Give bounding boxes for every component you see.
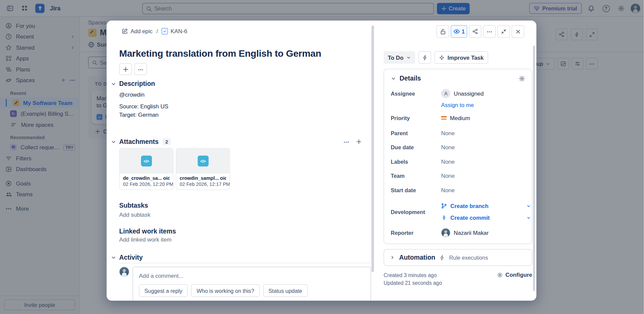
parent-value[interactable]: None (441, 130, 455, 136)
priority-medium-icon (441, 116, 447, 119)
current-user-avatar (119, 267, 129, 277)
automation-panel[interactable]: Automation Rule executions (384, 249, 533, 266)
updated-timestamp: Updated 21 seconds ago (384, 279, 442, 287)
close-icon (515, 29, 521, 34)
bolt-icon (440, 255, 445, 260)
attachment-date: 02 Feb 2026, 12:20 PM (123, 181, 170, 187)
linked-items-section-header: Linked work items (119, 228, 371, 235)
add-linked-item-button[interactable]: Add linked work item (119, 237, 371, 243)
chevron-down-icon (111, 255, 117, 260)
more-actions-button[interactable]: ⋯ (483, 25, 496, 38)
attachment-card[interactable]: </> crowdin_sampl... oid.xml 02 Feb 2026… (176, 148, 230, 190)
team-value[interactable]: None (441, 172, 455, 179)
modal-side-panel: To Do Improve Task Details Assignee (384, 51, 533, 287)
assignee-value[interactable]: Unassigned (441, 89, 484, 98)
commit-icon (441, 215, 447, 221)
bolt-icon (422, 55, 427, 60)
labels-label: Labels (391, 158, 441, 165)
unassigned-avatar-icon (441, 89, 451, 98)
attachment-date: 02 Feb 2026, 12:17 PM (180, 181, 226, 187)
lock-button[interactable] (436, 25, 449, 38)
xml-file-icon: </> (141, 156, 152, 167)
development-label: Development (391, 209, 441, 215)
add-epic-button[interactable]: Add epic (122, 28, 153, 35)
side-panel-scrollbar[interactable] (533, 46, 535, 291)
modal-main-column: Marketing translation from English to Ge… (107, 45, 371, 301)
gear-icon (497, 272, 503, 278)
chevron-down-icon (526, 204, 531, 208)
start-date-value[interactable]: None (441, 187, 455, 193)
attachment-card[interactable]: </> de_crowdin_sa... oid.xml 02 Feb 2026… (119, 148, 173, 190)
add-content-button[interactable] (119, 63, 132, 75)
edit-icon (122, 28, 128, 35)
watchers-count: 1 (462, 28, 465, 35)
chevron-down-icon[interactable] (391, 76, 396, 81)
share-button[interactable] (469, 25, 482, 38)
divider (119, 263, 371, 263)
priority-label: Priority (391, 115, 441, 121)
minimize-button[interactable] (498, 25, 510, 38)
work-item-title[interactable]: Marketing translation from English to Ge… (119, 47, 371, 60)
task-type-icon (162, 28, 168, 35)
assign-to-me-link[interactable]: Assign to me (441, 102, 474, 108)
created-timestamp: Created 3 minutes ago (384, 272, 442, 279)
chevron-right-icon (390, 255, 395, 260)
attachment-name: crowdin_sampl... oid.xml (180, 176, 226, 181)
configure-button[interactable]: Configure (497, 272, 532, 287)
collapse-icon (501, 29, 507, 35)
create-branch-link[interactable]: Create branch (441, 201, 531, 211)
activity-section-header[interactable]: Activity (119, 254, 371, 261)
chevron-down-icon (111, 139, 117, 144)
close-button[interactable] (512, 25, 524, 38)
details-heading: Details (400, 75, 421, 83)
details-settings-icon[interactable] (519, 75, 525, 82)
start-date-label: Start date (391, 187, 441, 193)
reporter-value[interactable]: Nazarii Makar (441, 228, 489, 238)
description-source: Source: English US (119, 103, 371, 110)
comment-editor[interactable]: Add a comment... Suggest a reply Who is … (133, 267, 371, 301)
add-subtask-button[interactable]: Add subtask (119, 212, 371, 218)
quick-reply-status-button[interactable]: Status update (263, 284, 308, 297)
details-panel: Details Assignee Unassigned Assign to me… (384, 69, 533, 244)
title-more-button[interactable]: ⋯ (134, 63, 147, 75)
attachment-name: de_crowdin_sa... oid.xml (123, 176, 170, 181)
team-label: Team (391, 172, 441, 179)
description-target: Target: German (119, 111, 371, 119)
rule-executions-label[interactable]: Rule executions (449, 254, 488, 261)
attachments-toggle[interactable]: Attachments 2 (119, 138, 171, 146)
ellipsis-icon: ⋯ (487, 28, 492, 35)
issue-key-link[interactable]: KAN-6 (162, 28, 187, 35)
attachments-list: </> de_crowdin_sa... oid.xml 02 Feb 2026… (119, 148, 371, 190)
reporter-avatar (441, 228, 451, 238)
work-item-modal: Add epic / KAN-6 1 ⋯ Marketing translati… (107, 20, 537, 301)
share-icon (472, 29, 478, 35)
modal-breadcrumb: Add epic / KAN-6 (122, 28, 187, 35)
quick-reply-who-button[interactable]: Who is working on this? (191, 284, 260, 297)
improve-task-button[interactable]: Improve Task (434, 51, 488, 64)
description-section-header[interactable]: Description (119, 80, 371, 88)
priority-value[interactable]: Medium (441, 115, 470, 121)
comment-area: Add a comment... Suggest a reply Who is … (119, 267, 371, 301)
create-commit-link[interactable]: Create commit (441, 213, 531, 223)
comment-placeholder: Add a comment... (139, 273, 365, 279)
quick-reply-suggest-button[interactable]: Suggest a reply (139, 284, 188, 297)
attachments-add-button[interactable] (354, 137, 365, 147)
watch-button[interactable]: 1 (451, 25, 467, 38)
unlock-icon (440, 28, 446, 35)
reporter-label: Reporter (391, 229, 441, 236)
eye-icon (453, 28, 460, 35)
labels-value[interactable]: None (441, 158, 455, 165)
due-date-value[interactable]: None (441, 144, 455, 150)
app-viewport: Jira Create Premium trial ? (0, 0, 644, 314)
modal-footer: Created 3 minutes ago Updated 21 seconds… (384, 272, 533, 287)
actions-bolt-button[interactable] (419, 51, 431, 64)
parent-label: Parent (391, 130, 441, 136)
automation-heading: Automation (399, 254, 435, 261)
attachments-more-button[interactable]: ⋯ (341, 137, 352, 147)
modal-scrollbar[interactable] (371, 25, 374, 272)
status-dropdown[interactable]: To Do (384, 51, 415, 64)
description-mention[interactable]: @crowdin (119, 91, 371, 99)
breadcrumb-separator: / (156, 28, 158, 35)
chevron-down-icon (111, 81, 117, 87)
subtasks-section-header: Subtasks (119, 202, 371, 209)
